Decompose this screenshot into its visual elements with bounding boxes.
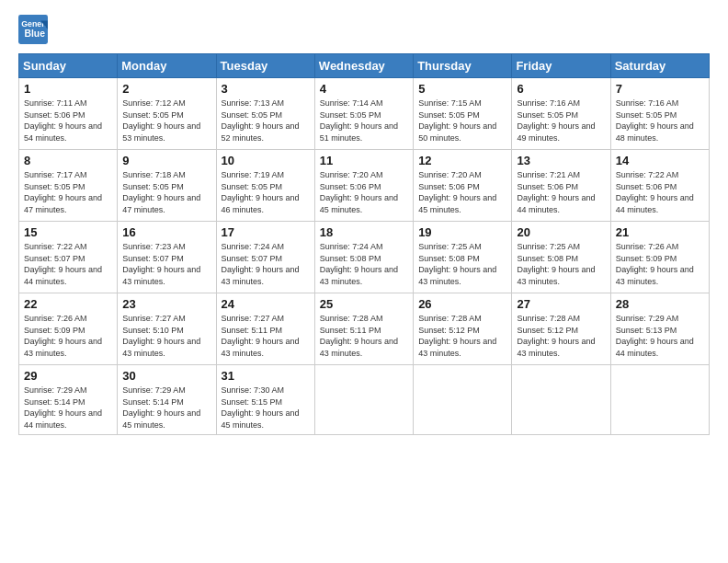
- calendar-week-2: 8Sunrise: 7:17 AMSunset: 5:05 PMDaylight…: [19, 150, 710, 222]
- calendar-header-thursday: Thursday: [414, 54, 512, 78]
- calendar-header-friday: Friday: [512, 54, 610, 78]
- day-number: 18: [320, 225, 409, 239]
- svg-text:Blue: Blue: [24, 29, 45, 39]
- day-number: 29: [24, 369, 113, 383]
- day-info: Sunrise: 7:25 AMSunset: 5:08 PMDaylight:…: [418, 241, 507, 287]
- day-info: Sunrise: 7:30 AMSunset: 5:15 PMDaylight:…: [222, 385, 311, 431]
- calendar-cell: 6Sunrise: 7:16 AMSunset: 5:05 PMDaylight…: [512, 78, 610, 150]
- day-info: Sunrise: 7:14 AMSunset: 5:05 PMDaylight:…: [320, 98, 409, 144]
- calendar-header-row: SundayMondayTuesdayWednesdayThursdayFrid…: [19, 54, 710, 78]
- day-number: 16: [122, 225, 211, 239]
- calendar-cell: 11Sunrise: 7:20 AMSunset: 5:06 PMDayligh…: [314, 150, 413, 222]
- day-info: Sunrise: 7:21 AMSunset: 5:06 PMDaylight:…: [517, 169, 606, 215]
- day-info: Sunrise: 7:29 AMSunset: 5:13 PMDaylight:…: [616, 313, 705, 359]
- day-info: Sunrise: 7:20 AMSunset: 5:06 PMDaylight:…: [418, 169, 507, 215]
- calendar-cell: 1Sunrise: 7:11 AMSunset: 5:06 PMDaylight…: [19, 78, 118, 150]
- calendar-cell: [314, 365, 413, 435]
- calendar-cell: 15Sunrise: 7:22 AMSunset: 5:07 PMDayligh…: [19, 222, 118, 293]
- calendar-cell: 5Sunrise: 7:15 AMSunset: 5:05 PMDaylight…: [414, 78, 512, 150]
- day-number: 13: [517, 154, 606, 167]
- day-info: Sunrise: 7:20 AMSunset: 5:06 PMDaylight:…: [320, 169, 409, 215]
- calendar-header-monday: Monday: [118, 54, 216, 78]
- day-info: Sunrise: 7:25 AMSunset: 5:08 PMDaylight:…: [517, 241, 606, 287]
- day-number: 31: [222, 369, 311, 383]
- day-number: 12: [418, 154, 507, 167]
- calendar-cell: 7Sunrise: 7:16 AMSunset: 5:05 PMDaylight…: [610, 78, 709, 150]
- day-info: Sunrise: 7:29 AMSunset: 5:14 PMDaylight:…: [24, 385, 113, 431]
- day-info: Sunrise: 7:13 AMSunset: 5:05 PMDaylight:…: [222, 98, 311, 144]
- calendar-table: SundayMondayTuesdayWednesdayThursdayFrid…: [18, 53, 710, 435]
- day-info: Sunrise: 7:28 AMSunset: 5:11 PMDaylight:…: [320, 313, 409, 359]
- day-number: 27: [517, 297, 606, 311]
- day-number: 10: [222, 154, 311, 167]
- calendar-cell: 21Sunrise: 7:26 AMSunset: 5:09 PMDayligh…: [610, 222, 709, 293]
- header-area: General Blue: [18, 15, 710, 44]
- calendar-cell: 24Sunrise: 7:27 AMSunset: 5:11 PMDayligh…: [216, 293, 314, 365]
- day-info: Sunrise: 7:28 AMSunset: 5:12 PMDaylight:…: [517, 313, 606, 359]
- calendar-header-wednesday: Wednesday: [314, 54, 413, 78]
- day-info: Sunrise: 7:16 AMSunset: 5:05 PMDaylight:…: [616, 98, 705, 144]
- day-number: 3: [222, 82, 311, 96]
- calendar-week-1: 1Sunrise: 7:11 AMSunset: 5:06 PMDaylight…: [19, 78, 710, 150]
- calendar-cell: 20Sunrise: 7:25 AMSunset: 5:08 PMDayligh…: [512, 222, 610, 293]
- day-number: 19: [418, 225, 507, 239]
- calendar-cell: 29Sunrise: 7:29 AMSunset: 5:14 PMDayligh…: [19, 365, 118, 435]
- calendar-cell: 14Sunrise: 7:22 AMSunset: 5:06 PMDayligh…: [610, 150, 709, 222]
- day-number: 2: [122, 82, 211, 96]
- calendar-cell: 28Sunrise: 7:29 AMSunset: 5:13 PMDayligh…: [610, 293, 709, 365]
- calendar-cell: 3Sunrise: 7:13 AMSunset: 5:05 PMDaylight…: [216, 78, 314, 150]
- calendar-cell: 13Sunrise: 7:21 AMSunset: 5:06 PMDayligh…: [512, 150, 610, 222]
- calendar-cell: 27Sunrise: 7:28 AMSunset: 5:12 PMDayligh…: [512, 293, 610, 365]
- calendar-cell: 12Sunrise: 7:20 AMSunset: 5:06 PMDayligh…: [414, 150, 512, 222]
- calendar-cell: 30Sunrise: 7:29 AMSunset: 5:14 PMDayligh…: [118, 365, 216, 435]
- calendar-cell: 25Sunrise: 7:28 AMSunset: 5:11 PMDayligh…: [314, 293, 413, 365]
- calendar-header-sunday: Sunday: [19, 54, 118, 78]
- calendar-cell: 26Sunrise: 7:28 AMSunset: 5:12 PMDayligh…: [414, 293, 512, 365]
- day-number: 6: [517, 82, 606, 96]
- day-number: 1: [24, 82, 113, 96]
- calendar-cell: 10Sunrise: 7:19 AMSunset: 5:05 PMDayligh…: [216, 150, 314, 222]
- calendar-week-4: 22Sunrise: 7:26 AMSunset: 5:09 PMDayligh…: [19, 293, 710, 365]
- calendar-cell: 9Sunrise: 7:18 AMSunset: 5:05 PMDaylight…: [118, 150, 216, 222]
- calendar-cell: 4Sunrise: 7:14 AMSunset: 5:05 PMDaylight…: [314, 78, 413, 150]
- calendar-cell: [512, 365, 610, 435]
- day-number: 11: [320, 154, 409, 167]
- calendar-cell: 16Sunrise: 7:23 AMSunset: 5:07 PMDayligh…: [118, 222, 216, 293]
- general-blue-logo-icon: General Blue: [18, 15, 48, 44]
- day-info: Sunrise: 7:18 AMSunset: 5:05 PMDaylight:…: [122, 169, 211, 215]
- day-info: Sunrise: 7:23 AMSunset: 5:07 PMDaylight:…: [122, 241, 211, 287]
- calendar-cell: 19Sunrise: 7:25 AMSunset: 5:08 PMDayligh…: [414, 222, 512, 293]
- day-info: Sunrise: 7:24 AMSunset: 5:08 PMDaylight:…: [320, 241, 409, 287]
- calendar-cell: 31Sunrise: 7:30 AMSunset: 5:15 PMDayligh…: [216, 365, 314, 435]
- day-info: Sunrise: 7:19 AMSunset: 5:05 PMDaylight:…: [222, 169, 311, 215]
- day-number: 8: [24, 154, 113, 167]
- day-number: 20: [517, 225, 606, 239]
- calendar-cell: 17Sunrise: 7:24 AMSunset: 5:07 PMDayligh…: [216, 222, 314, 293]
- day-info: Sunrise: 7:27 AMSunset: 5:11 PMDaylight:…: [222, 313, 311, 359]
- day-info: Sunrise: 7:15 AMSunset: 5:05 PMDaylight:…: [418, 98, 507, 144]
- day-number: 22: [24, 297, 113, 311]
- day-number: 24: [222, 297, 311, 311]
- day-info: Sunrise: 7:22 AMSunset: 5:07 PMDaylight:…: [24, 241, 113, 287]
- day-info: Sunrise: 7:11 AMSunset: 5:06 PMDaylight:…: [24, 98, 113, 144]
- calendar-cell: 23Sunrise: 7:27 AMSunset: 5:10 PMDayligh…: [118, 293, 216, 365]
- day-number: 15: [24, 225, 113, 239]
- day-info: Sunrise: 7:26 AMSunset: 5:09 PMDaylight:…: [24, 313, 113, 359]
- day-number: 7: [616, 82, 705, 96]
- calendar-header-tuesday: Tuesday: [216, 54, 314, 78]
- day-number: 5: [418, 82, 507, 96]
- page: General Blue SundayMondayTuesdayWednesda…: [0, 0, 728, 444]
- calendar-header-saturday: Saturday: [610, 54, 709, 78]
- calendar-week-3: 15Sunrise: 7:22 AMSunset: 5:07 PMDayligh…: [19, 222, 710, 293]
- day-number: 23: [122, 297, 211, 311]
- day-info: Sunrise: 7:29 AMSunset: 5:14 PMDaylight:…: [122, 385, 211, 431]
- day-info: Sunrise: 7:24 AMSunset: 5:07 PMDaylight:…: [222, 241, 311, 287]
- day-number: 25: [320, 297, 409, 311]
- day-info: Sunrise: 7:26 AMSunset: 5:09 PMDaylight:…: [616, 241, 705, 287]
- day-number: 14: [616, 154, 705, 167]
- day-info: Sunrise: 7:12 AMSunset: 5:05 PMDaylight:…: [122, 98, 211, 144]
- day-info: Sunrise: 7:16 AMSunset: 5:05 PMDaylight:…: [517, 98, 606, 144]
- day-info: Sunrise: 7:27 AMSunset: 5:10 PMDaylight:…: [122, 313, 211, 359]
- day-number: 28: [616, 297, 705, 311]
- calendar-body: 1Sunrise: 7:11 AMSunset: 5:06 PMDaylight…: [19, 78, 710, 435]
